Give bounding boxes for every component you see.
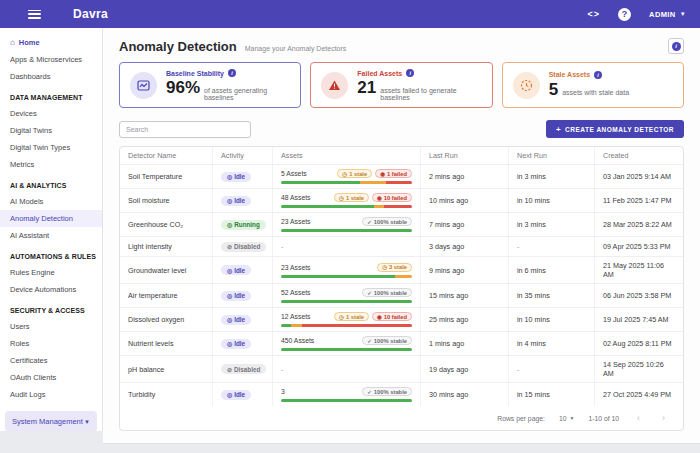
detector-name-cell: Nutrient levels [120, 332, 212, 355]
activity-cell: ◎Idle [212, 383, 272, 406]
app-window: Davra <> ? ADMIN ▼ ⌂HomeApps & Microserv… [0, 0, 700, 453]
table-row-air-temperature[interactable]: Air temperature◎Idle52 Assets✓100% stabl… [120, 284, 683, 308]
badge-label: 1 failed [387, 171, 407, 177]
pagination-range: 1-10 of 10 [588, 415, 619, 422]
assets-summary: 3✓100% stable [281, 387, 412, 396]
detector-name-cell: Soil Temperature [120, 165, 212, 188]
last-run-cell: 19 days ago [420, 356, 508, 382]
table-row-dissolved-oxygen[interactable]: Dissolved oxygen◎Idle12 Assets◷1 stale◉1… [120, 308, 683, 332]
activity-badge: ◎Idle [221, 339, 251, 349]
info-icon[interactable]: i [228, 69, 236, 77]
table-row-nutrient-levels[interactable]: Nutrient levels◎Idle450 Assets✓100% stab… [120, 332, 683, 356]
hamburger-menu-icon[interactable] [28, 10, 41, 19]
sidebar-item-ai-assistant[interactable]: AI Assistant [0, 227, 102, 244]
asset-health-bar [281, 300, 412, 303]
stale-badge: ◷1 stale [334, 312, 369, 321]
next-run-cell: in 15 mins [508, 383, 594, 406]
badge-label: 1 stale [346, 195, 364, 201]
stable-badge: ✓100% stable [362, 217, 412, 226]
previous-page-icon[interactable]: ‹ [633, 413, 644, 423]
table-row-groundwater-level[interactable]: Groundwater level◎Idle23 Assets◷3 stale9… [120, 257, 683, 284]
activity-label: Idle [234, 292, 245, 299]
table-body: Soil Temperature◎Idle5 Assets◷1 stale◉1 … [120, 165, 683, 406]
sidebar-item-digital-twin-types[interactable]: Digital Twin Types [0, 139, 102, 156]
sidebar-item-certificates[interactable]: Certificates [0, 352, 102, 369]
asset-health-bar [281, 181, 412, 184]
column-header-assets: Assets [272, 147, 420, 164]
next-page-icon[interactable]: › [658, 413, 669, 423]
sidebar-item-ai-models[interactable]: AI Models [0, 193, 102, 210]
table-row-light-intensity[interactable]: Light intensity⊘Disabled-3 days ago-09 A… [120, 237, 683, 257]
help-icon[interactable]: ? [618, 8, 631, 21]
user-menu[interactable]: ADMIN ▼ [649, 10, 686, 19]
sidebar-item-system-management[interactable]: System Management▼ [5, 411, 97, 431]
created-cell: 21 May 2025 11:06 AM [594, 257, 683, 283]
sidebar-item-dashboards[interactable]: Dashboards [0, 68, 102, 85]
user-menu-label: ADMIN [649, 10, 676, 19]
next-run-cell: in 3 mins [508, 165, 594, 188]
last-run-cell: 7 mins ago [420, 213, 508, 236]
card-title: Baseline Stability [166, 70, 224, 77]
asset-status-badges: ◷1 stale◉10 failed [334, 312, 412, 321]
table-row-greenhouse-co[interactable]: Greenhouse CO₂◎Running23 Assets✓100% sta… [120, 213, 683, 237]
created-cell: 19 Jul 2025 7:45 AM [594, 308, 683, 331]
created-cell: 11 Feb 2025 1:47 PM [594, 189, 683, 212]
sidebar-item-apps-microservices[interactable]: Apps & Microservices [0, 51, 102, 68]
activity-cell: ⊘Disabled [212, 356, 272, 382]
stable-badge: ✓100% stable [362, 336, 412, 345]
status-circle-icon: ◎ [227, 340, 232, 347]
check-icon: ✓ [367, 219, 372, 225]
sidebar-item-rules-engine[interactable]: Rules Engine [0, 264, 102, 281]
top-navigation-bar: Davra <> ? ADMIN ▼ [0, 0, 700, 28]
assets-cell: - [272, 237, 420, 256]
info-icon[interactable]: i [594, 71, 602, 79]
warning-triangle-icon [321, 72, 348, 99]
status-circle-icon: ◎ [227, 292, 232, 299]
rows-per-page-select[interactable]: 10 ▼ [559, 415, 575, 422]
activity-badge: ◎Idle [221, 315, 251, 325]
bar-segment-stable [281, 181, 360, 184]
sidebar-item-label: Metrics [10, 160, 34, 169]
assets-cell: 23 Assets◷3 stale [272, 257, 420, 283]
status-circle-icon: ◎ [227, 316, 232, 323]
sidebar-item-users[interactable]: Users [0, 318, 102, 335]
page-info-button[interactable]: i [668, 38, 684, 54]
table-row-ph-balance[interactable]: pH balance⊘Disabled-19 days ago-14 Sep 2… [120, 356, 683, 383]
plus-icon: + [556, 125, 561, 134]
sidebar-item-devices[interactable]: Devices [0, 105, 102, 122]
table-row-turbidity[interactable]: Turbidity◎Idle3✓100% stable30 mins agoin… [120, 383, 683, 406]
last-run-cell: 2 mins ago [420, 165, 508, 188]
davra-logo[interactable]: Davra [73, 7, 108, 21]
table-footer: Rows per page: 10 ▼ 1-10 of 10 ‹ › [120, 406, 683, 430]
search-input[interactable] [119, 121, 251, 138]
sidebar-item-digital-twins[interactable]: Digital Twins [0, 122, 102, 139]
next-run-cell: in 3 mins [508, 213, 594, 236]
baseline-chart-icon [130, 72, 157, 99]
sidebar-item-roles[interactable]: Roles [0, 335, 102, 352]
assets-summary: 48 Assets◷1 stale◉10 failed [281, 193, 412, 202]
card-baseline-stability: Baseline Stabilityi 96% of assets genera… [119, 62, 301, 108]
sidebar-item-anomaly-detection[interactable]: Anomaly Detection [0, 210, 102, 227]
create-anomaly-detector-button[interactable]: + CREATE ANOMALY DETECTOR [546, 120, 684, 138]
info-icon: i [672, 42, 681, 51]
eye-off-icon: ⊘ [227, 243, 232, 250]
sidebar-item-audit-logs[interactable]: Audit Logs [0, 386, 102, 403]
check-icon: ✓ [367, 389, 372, 395]
table-row-soil-moisture[interactable]: Soil moisture◎Idle48 Assets◷1 stale◉10 f… [120, 189, 683, 213]
table-row-soil-temperature[interactable]: Soil Temperature◎Idle5 Assets◷1 stale◉1 … [120, 165, 683, 189]
assets-count-label: 3 [281, 388, 285, 395]
info-icon[interactable]: i [406, 69, 414, 77]
activity-label: Idle [234, 267, 245, 274]
sidebar-item-oauth-clients[interactable]: OAuth Clients [0, 369, 102, 386]
code-icon[interactable]: <> [588, 9, 601, 19]
sidebar-item-metrics[interactable]: Metrics [0, 156, 102, 173]
card-value: 21 [357, 78, 376, 98]
sidebar-section-data-management: DATA MANAGEMENT [0, 85, 102, 105]
bar-segment-failed [384, 205, 412, 208]
assets-count-label: 23 Assets [281, 264, 310, 271]
sidebar-item-device-automations[interactable]: Device Automations [0, 281, 102, 298]
sidebar-item-home[interactable]: ⌂Home [0, 34, 102, 51]
status-circle-icon: ◎ [227, 267, 232, 274]
card-stale-assets: Stale Assetsi 5 assets with stale data [502, 62, 684, 108]
sidebar-item-label: Digital Twin Types [10, 143, 70, 152]
